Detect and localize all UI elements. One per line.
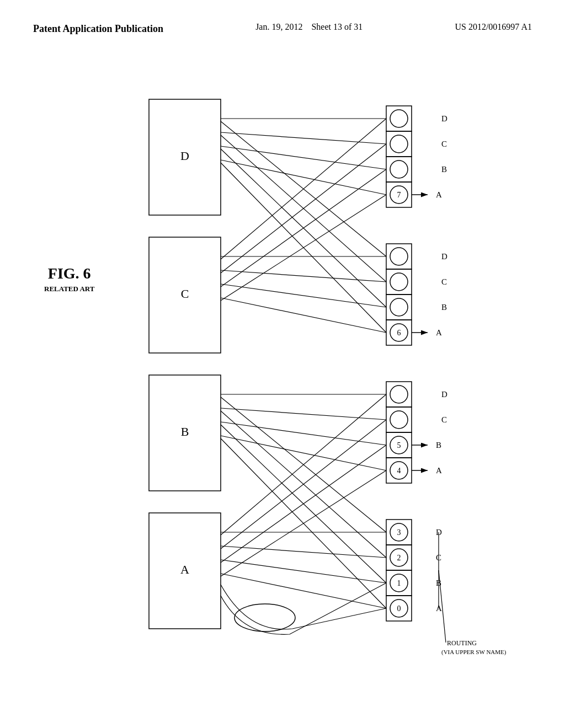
svg-point-18	[390, 135, 408, 153]
svg-text:A: A	[180, 563, 189, 576]
svg-text:2: 2	[397, 554, 401, 562]
svg-text:C: C	[441, 415, 447, 424]
svg-text:D: D	[441, 114, 447, 123]
svg-text:5: 5	[397, 441, 401, 449]
svg-text:1: 1	[397, 579, 401, 587]
svg-text:C: C	[181, 287, 189, 301]
svg-line-71	[221, 146, 386, 169]
svg-point-35	[390, 248, 408, 265]
svg-line-79	[221, 422, 386, 445]
publication-title: Patent Application Publication	[33, 22, 163, 36]
svg-text:4: 4	[397, 467, 401, 475]
publication-date-sheet: Jan. 19, 2012 Sheet 13 of 31	[255, 22, 363, 32]
svg-point-32	[390, 273, 408, 291]
svg-text:B: B	[441, 303, 447, 312]
svg-text:D: D	[180, 149, 189, 163]
figure-subtitle: RELATED ART	[44, 285, 94, 293]
svg-line-74	[221, 270, 386, 282]
figure-label: FIG. 6 RELATED ART	[44, 265, 94, 293]
page-header: Patent Application Publication Jan. 19, …	[0, 22, 565, 36]
svg-line-100	[221, 470, 386, 576]
svg-text:D: D	[441, 252, 447, 261]
svg-text:A: A	[436, 466, 442, 475]
svg-text:C: C	[441, 140, 447, 148]
svg-line-92	[221, 195, 386, 301]
svg-point-15	[390, 160, 408, 178]
svg-line-90	[221, 144, 386, 273]
svg-line-99	[221, 445, 386, 563]
svg-line-72	[221, 160, 386, 195]
svg-point-48	[390, 411, 408, 429]
svg-line-76	[221, 298, 386, 333]
svg-text:3: 3	[397, 528, 401, 537]
svg-line-78	[221, 408, 386, 420]
svg-point-21	[390, 110, 408, 127]
svg-line-98	[221, 420, 386, 549]
svg-text:B: B	[436, 441, 441, 449]
diagram-svg: D C B A 7 A B C D	[121, 88, 519, 684]
svg-line-83	[221, 560, 386, 583]
svg-text:B: B	[181, 425, 189, 438]
svg-line-75	[221, 284, 386, 307]
svg-text:ROUTING: ROUTING	[447, 639, 477, 647]
svg-line-97	[221, 394, 386, 535]
svg-line-84	[221, 574, 386, 608]
svg-line-82	[221, 546, 386, 558]
svg-point-101	[234, 604, 295, 631]
publication-number: US 2012/0016997 A1	[455, 22, 532, 32]
svg-line-70	[221, 132, 386, 144]
svg-text:6: 6	[397, 329, 401, 337]
svg-text:(VIA UPPER SW NAME): (VIA UPPER SW NAME)	[441, 649, 507, 656]
svg-point-29	[390, 298, 408, 316]
svg-line-89	[221, 119, 386, 259]
main-diagram: D C B A 7 A B C D	[121, 88, 519, 684]
svg-text:D: D	[441, 390, 447, 399]
svg-text:C: C	[441, 277, 447, 286]
svg-text:0: 0	[397, 604, 401, 613]
figure-number: FIG. 6	[44, 265, 94, 282]
svg-text:A: A	[436, 190, 442, 199]
svg-text:7: 7	[397, 191, 401, 199]
svg-text:B: B	[441, 165, 447, 174]
svg-line-80	[221, 436, 386, 470]
svg-text:A: A	[436, 328, 442, 337]
svg-line-91	[221, 169, 386, 287]
svg-point-51	[390, 386, 408, 403]
